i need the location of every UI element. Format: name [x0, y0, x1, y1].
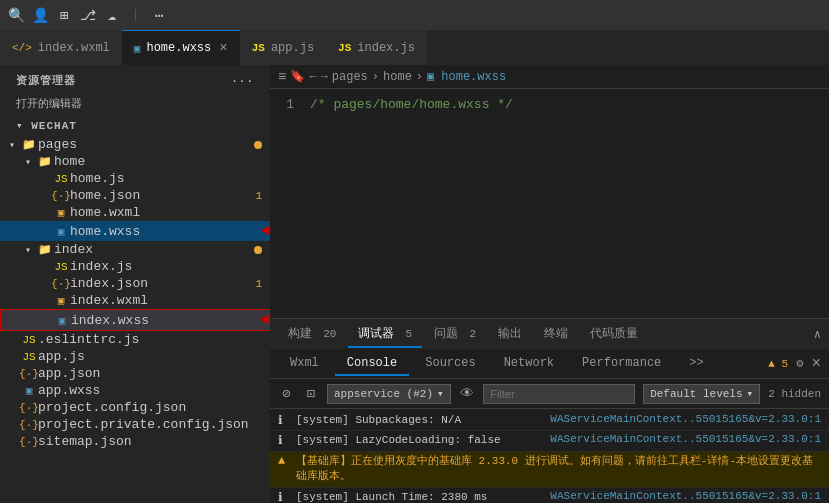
title-bar: 🔍 👤 ⊞ ⎇ ☁ | ⋯: [0, 0, 829, 30]
devtool-tab-performance[interactable]: Performance: [570, 352, 673, 376]
tab-bar: </> index.wxml ▣ home.wxss × JS app.js J…: [0, 30, 829, 65]
tree-label: project.config.json: [38, 400, 270, 415]
panel-tab-label: 代码质量: [590, 327, 638, 341]
tree-item-project-private[interactable]: {·} project.private.config.json: [0, 416, 270, 433]
tree-item-app-wxss[interactable]: ▣ app.wxss: [0, 382, 270, 399]
panel-devtools-tabs: Wxml Console Sources Network Performance…: [270, 349, 829, 379]
tree-label: index.js: [70, 259, 270, 274]
console-text: [system] Subpackages: N/A: [296, 413, 542, 428]
status-dot: [254, 246, 262, 254]
json-file-icon: {·}: [20, 368, 38, 380]
red-arrow-icon-2: ◄: [259, 311, 269, 329]
panel-tab-problems[interactable]: 问题 2: [424, 321, 486, 348]
tree-label: .eslinttrc.js: [38, 332, 270, 347]
filter-input[interactable]: [483, 384, 635, 404]
tree-item-app-json[interactable]: {·} app.json: [0, 365, 270, 382]
panel-area: 构建 20 调试器 5 问题 2 输出 终端 代码质量: [270, 318, 829, 503]
console-toolbar: ⊘ ⊡ appservice (#2) ▾ 👁 Default levels ▾…: [270, 379, 829, 409]
tab-index-wxml[interactable]: </> index.wxml: [0, 30, 122, 65]
dropdown-arrow-2: ▾: [747, 387, 754, 400]
breadcrumb-back[interactable]: ←: [309, 70, 316, 84]
red-arrow-icon: ◄: [260, 222, 270, 240]
devtool-tab-more[interactable]: >>: [677, 352, 715, 376]
levels-label: Default levels: [650, 388, 742, 400]
panel-tab-label: 调试器: [358, 327, 394, 341]
tree-item-app-js[interactable]: JS app.js: [0, 348, 270, 365]
tree-label: app.json: [38, 366, 270, 381]
breadcrumb: ≡ 🔖 ← → pages › home › ▣ home.wxss: [270, 65, 829, 89]
close-panel-icon[interactable]: ×: [811, 355, 821, 373]
console-source: WAServiceMainContext..55015165&v=2.33.0:…: [542, 433, 821, 445]
console-source: WAServiceMainContext..55015165&v=2.33.0:…: [542, 490, 821, 502]
source-selector[interactable]: appservice (#2) ▾: [327, 384, 451, 404]
tree-item-index-js[interactable]: JS index.js: [0, 258, 270, 275]
line-content: /* pages/home/home.wxss */: [310, 97, 513, 112]
dots-icon[interactable]: ⋯: [151, 7, 167, 23]
tab-home-wxss[interactable]: ▣ home.wxss ×: [122, 30, 240, 65]
panel-tab-terminal[interactable]: 终端: [534, 321, 578, 348]
tree-item-home-js[interactable]: JS home.js: [0, 170, 270, 187]
wxss-file-icon: ▣: [20, 384, 38, 397]
editor-area: ≡ 🔖 ← → pages › home › ▣ home.wxss 1 /* …: [270, 65, 829, 503]
devtool-tab-wxml[interactable]: Wxml: [278, 352, 331, 376]
search-icon[interactable]: 🔍: [8, 7, 24, 23]
tab-app-js[interactable]: JS app.js: [240, 30, 326, 65]
folder-icon: 📁: [36, 155, 54, 168]
js-file-icon: JS: [20, 334, 38, 346]
tree-item-project-config[interactable]: {·} project.config.json: [0, 399, 270, 416]
branch-icon[interactable]: ⎇: [80, 7, 96, 23]
breadcrumb-arrow: ›: [372, 70, 379, 84]
tree-item-eslint[interactable]: JS .eslinttrc.js: [0, 331, 270, 348]
hidden-count: 2 hidden: [768, 388, 821, 400]
console-text: [system] Launch Time: 2380 ms: [296, 490, 542, 503]
devtool-tab-label: Performance: [582, 356, 661, 370]
tree-item-index-wxss[interactable]: ▣ index.wxss ◄: [0, 309, 270, 331]
panel-tab-output[interactable]: 输出: [488, 321, 532, 348]
tree-label: app.wxss: [38, 383, 270, 398]
panel-tab-quality[interactable]: 代码质量: [580, 321, 648, 348]
tree-item-index-json[interactable]: {·} index.json 1: [0, 275, 270, 292]
expand-arrow: ▾: [4, 139, 20, 151]
panel-tab-label: 问题: [434, 327, 458, 341]
devtool-tab-network[interactable]: Network: [492, 352, 566, 376]
source-selector-label: appservice (#2): [334, 388, 433, 400]
tree-item-home[interactable]: ▾ 📁 home: [0, 153, 270, 170]
wechat-section[interactable]: ▾ WECHAT: [0, 115, 270, 136]
console-source: WAServiceMainContext..55015165&v=2.33.0:…: [542, 413, 821, 425]
cloud-icon[interactable]: ☁: [104, 7, 120, 23]
settings-icon[interactable]: ⚙: [796, 356, 803, 371]
panel-tab-debugger[interactable]: 调试器 5: [348, 321, 422, 348]
devtool-tab-sources[interactable]: Sources: [413, 352, 487, 376]
panel-tab-label: 构建: [288, 327, 312, 341]
tree-item-pages[interactable]: ▾ 📁 pages: [0, 136, 270, 153]
grid-icon[interactable]: ⊞: [56, 7, 72, 23]
xml-file-icon: ▣: [52, 294, 70, 307]
chevron-up-icon[interactable]: ∧: [814, 327, 821, 342]
tree-label: index.json: [70, 276, 255, 291]
tree-item-index-folder[interactable]: ▾ 📁 index: [0, 241, 270, 258]
more-icon[interactable]: ···: [231, 75, 254, 87]
wxss-file-icon: ▣: [53, 314, 71, 327]
tree-item-index-wxml[interactable]: ▣ index.wxml: [0, 292, 270, 309]
devtool-tab-console[interactable]: Console: [335, 352, 409, 376]
tab-close-icon[interactable]: ×: [219, 40, 227, 56]
tree-item-sitemap[interactable]: {·} sitemap.json: [0, 433, 270, 450]
log-levels-selector[interactable]: Default levels ▾: [643, 384, 760, 404]
panel-tab-build[interactable]: 构建 20: [278, 321, 346, 348]
json-file-icon: {·}: [52, 190, 70, 202]
user-icon[interactable]: 👤: [32, 7, 48, 23]
filter-icon[interactable]: ⊡: [303, 384, 320, 404]
tab-index-js[interactable]: JS index.js: [326, 30, 427, 65]
tree-label: home.json: [70, 188, 255, 203]
breadcrumb-forward[interactable]: →: [321, 70, 328, 84]
tree-label: index: [54, 242, 254, 257]
editor-content[interactable]: 1 /* pages/home/home.wxss */: [270, 89, 829, 318]
tree-label: pages: [38, 137, 254, 152]
clear-console-icon[interactable]: ⊘: [278, 384, 295, 404]
tree-item-home-wxss[interactable]: ▣ home.wxss ◄: [0, 221, 270, 241]
tree-item-home-json[interactable]: {·} home.json 1: [0, 187, 270, 204]
open-editors-section[interactable]: 打开的编辑器: [0, 92, 270, 115]
eye-icon[interactable]: 👁: [459, 384, 476, 404]
devtool-tab-label: Console: [347, 356, 397, 370]
tree-item-home-wxml[interactable]: ▣ home.wxml: [0, 204, 270, 221]
